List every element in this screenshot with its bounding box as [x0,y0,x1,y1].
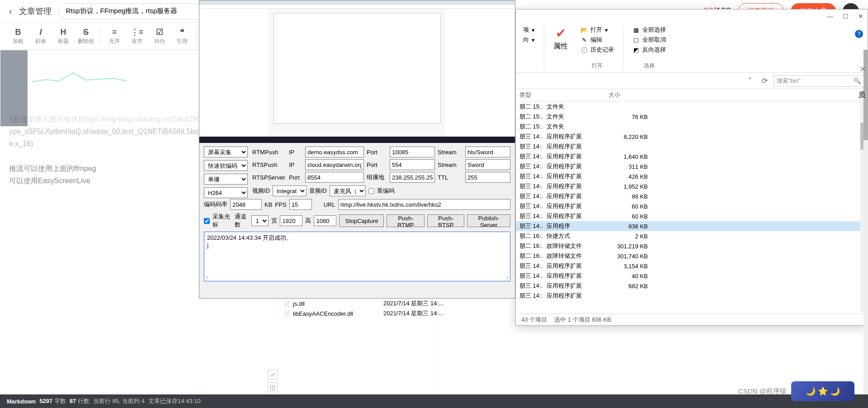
height-input[interactable] [314,215,336,226]
file-row[interactable]: 📄 js.dll 2021/7/14 星期三 14:... [280,299,515,308]
reencode-checkbox[interactable] [368,188,374,194]
watermark-text: CSDN @程序猿 [738,387,787,396]
fps-label: FPS [275,201,286,208]
scroll-right-icon[interactable]: › [506,274,508,280]
minimize-icon[interactable]: — [827,13,833,19]
ordered-list-button[interactable]: ⋮≡有序 [126,24,148,49]
push-rtmp-button[interactable]: Push-RTMP [387,214,425,227]
ttl-input[interactable] [465,172,510,183]
server-port-input[interactable] [305,172,364,183]
broadcast-select[interactable]: 单播 [204,174,248,185]
stream-controls: 屏幕采集 快速软编码 单播 H264 RTMPush IP Port Strea… [199,143,515,285]
url-label: URL [324,201,335,208]
explorer-body: 类型 大小 朋二 15:...文件夹朋二 15:...文件夹76 KB朋二 15… [516,89,868,310]
audio-id-select[interactable]: 麦克风（ [330,185,366,196]
select-all-item[interactable]: ▦全部选择 [632,26,666,34]
header-back-label[interactable]: 文章管理 [19,6,52,17]
rtsp-stream-input[interactable] [465,159,510,170]
split-columns-icon[interactable]: ◫ [268,382,278,392]
quote-button[interactable]: ❝引用 [171,24,193,49]
file-row[interactable]: 朋三 14:...应用程序836 KB [516,221,868,231]
file-row[interactable]: 朋三 14:...应用程序扩展1,640 KB [516,152,868,161]
encoder-select[interactable]: 快速软编码 [204,160,248,171]
multicast-ip-input[interactable] [390,172,435,183]
explorer-rows-overflow: 📄 js.dll 2021/7/14 星期三 14:... 📄 libEasyA… [280,299,515,318]
file-row[interactable]: 朋三 14:...应用程序扩展1,952 KB [516,181,868,191]
close-icon[interactable]: ✕ [858,13,864,19]
search-input[interactable]: 搜索"bin" 🔍 [774,75,864,87]
history-item[interactable]: 🕘历史记录 [580,46,614,54]
ribbon-more-direction[interactable]: 向 ▾ [523,36,535,44]
port-label: Port [367,149,387,156]
channels-select[interactable]: 1 [251,215,269,226]
rtmp-ip-input[interactable] [305,147,364,157]
rtsp-ip-input[interactable] [305,159,364,170]
rtmp-stream-input[interactable] [465,147,510,157]
url-input[interactable] [338,199,510,210]
file-row[interactable]: 朋三 14:...应用程序扩展682 KB [516,281,868,291]
stop-capture-button[interactable]: StopCapture [339,214,384,227]
rtmp-label: RTMPush [252,149,286,156]
todo-button[interactable]: ☑待办 [148,24,171,49]
unordered-list-button[interactable]: ≡无序 [103,24,126,49]
select-none-item[interactable]: ▢全部取消 [632,36,666,44]
capture-cursor-checkbox[interactable] [204,218,210,224]
file-row[interactable]: 朋三 14:...应用程序扩展60 KB [516,201,868,211]
capture-mode-select[interactable]: 屏幕采集 [204,147,248,157]
rtmp-port-input[interactable] [390,147,435,157]
scroll-left-icon[interactable]: ‹ [206,274,208,280]
codec-select[interactable]: H264 [204,187,248,198]
refresh-icon[interactable]: ⟳ [759,76,770,86]
explorer-address-bar: ˅ ⟳ 搜索"bin" 🔍 [516,73,868,89]
italic-button[interactable]: I斜体 [29,24,52,49]
dropdown-icon[interactable]: ˅ [745,76,755,86]
maximize-icon[interactable]: ☐ [842,13,849,19]
audio-id-label: 音频ID [309,187,327,195]
heading-button[interactable]: H标题 [52,24,75,49]
file-row[interactable]: 朋二 16:...快捷方式2 KB [516,231,868,241]
file-row[interactable]: 朋三 14:...应用程序扩展3,154 KB [516,261,868,271]
log-output[interactable]: 2022/03/24 14:43:34 开启成功。| ‹› [204,232,510,281]
file-row[interactable]: 朋三 14:...应用程序扩展 [516,142,868,152]
open-item[interactable]: 📂打开 ▾ [580,26,614,34]
file-row[interactable]: 朋二 15:...文件夹76 KB [516,112,868,122]
file-row[interactable]: 朋二 16:...故障转储文件301,740 KB [516,251,868,261]
ribbon-more-item[interactable]: 项 ▾ [523,26,535,34]
file-row[interactable]: 朋二 15:...文件夹 [516,102,868,112]
push-rtsp-button[interactable]: Push-RTSP [427,214,464,227]
back-arrow-icon[interactable]: ‹ [9,6,12,16]
file-row[interactable]: 朋三 14:...应用程序扩展426 KB [516,171,868,181]
select-invert-item[interactable]: ◩反向选择 [632,46,666,54]
properties-button[interactable]: ✔ 属性 [553,26,568,51]
file-row[interactable]: 朋三 14:...应用程序扩展8,220 KB [516,132,868,142]
panel-close-icon[interactable]: ✕ [859,64,866,74]
file-row[interactable]: 朋三 14:...应用程序扩展311 KB [516,161,868,171]
watermark: CSDN @程序猿 🌙 ⭐ 🌙 [738,381,854,401]
file-row[interactable]: 朋三 14:...应用程序扩展 [516,291,868,301]
bitrate-input[interactable] [230,199,262,210]
reencode-label: 重编码 [377,187,395,195]
page-scrollbar[interactable] [863,50,868,394]
video-id-select[interactable]: Integrat [273,185,307,196]
video-id-label: 视频ID [252,187,270,195]
kb-label: KB [264,201,272,208]
multicast-label: 组播地 [367,173,387,181]
file-row[interactable]: 朋三 14:...应用程序扩展60 KB [516,211,868,221]
file-row[interactable]: 📄 libEasyAACEncoder.dll 2021/7/14 星期三 14… [280,308,515,318]
file-row[interactable]: 朋三 14:...应用程序扩展86 KB [516,191,868,201]
rtsp-port-input[interactable] [390,159,435,170]
file-row[interactable]: 朋二 15:...文件夹 [516,122,868,132]
file-row[interactable]: 朋二 16:...故障转储文件301,219 KB [516,241,868,251]
strikethrough-button[interactable]: S删除线 [75,24,97,49]
split-expand-icon[interactable]: ⤢ [268,370,278,380]
file-row[interactable]: 朋三 14:...应用程序扩展40 KB [516,271,868,281]
edit-item[interactable]: ✎编辑 [580,36,614,44]
width-input[interactable] [280,215,302,226]
help-badge-icon[interactable]: ? [855,30,863,38]
streaming-app-window: 屏幕采集 快速软编码 单播 H264 RTMPush IP Port Strea… [199,0,515,299]
publish-server-button[interactable]: Publish-Server [467,214,510,227]
fps-input[interactable] [289,199,312,210]
bold-button[interactable]: B加粗 [7,24,29,49]
ip-label: IP [289,149,302,156]
file-list-header[interactable]: 类型 大小 [516,89,868,102]
